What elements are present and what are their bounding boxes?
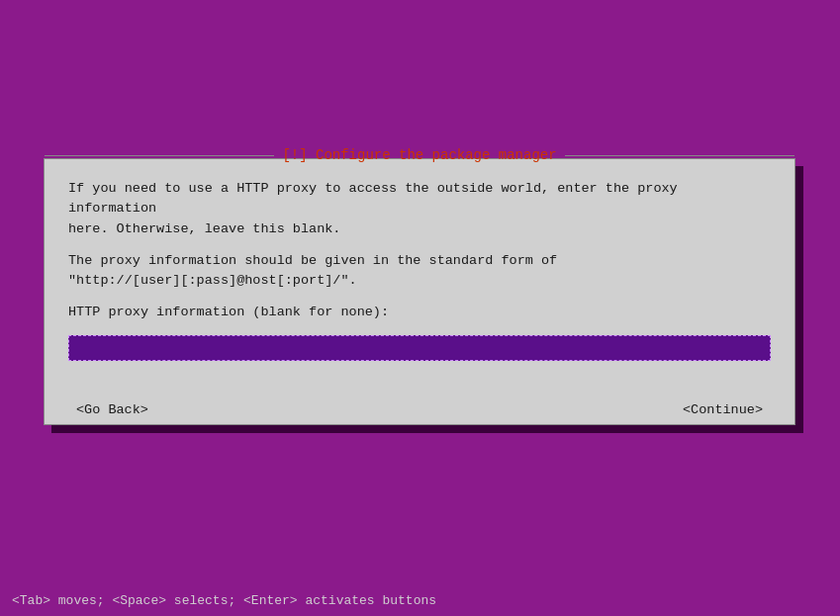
proxy-label: HTTP proxy information (blank for none): <box>68 303 771 322</box>
title-line-right <box>565 155 794 156</box>
dialog-title-bar: [!] Configure the package manager <box>45 147 794 163</box>
go-back-button[interactable]: <Go Back> <box>68 400 156 419</box>
dialog: [!] Configure the package manager If you… <box>44 158 795 425</box>
dialog-title: [!] Configure the package manager <box>274 147 564 163</box>
body-paragraph-2: The proxy information should be given in… <box>68 251 771 292</box>
continue-button[interactable]: <Continue> <box>675 400 771 419</box>
proxy-input-container <box>68 335 771 361</box>
status-bar-text: <Tab> moves; <Space> selects; <Enter> ac… <box>12 593 436 608</box>
status-bar: <Tab> moves; <Space> selects; <Enter> ac… <box>0 584 840 616</box>
screen: [!] Configure the package manager If you… <box>0 0 840 616</box>
body-paragraph-1: If you need to use a HTTP proxy to acces… <box>68 179 771 239</box>
proxy-input[interactable] <box>68 335 771 361</box>
dialog-buttons: <Go Back> <Continue> <box>45 400 794 419</box>
dialog-content: If you need to use a HTTP proxy to acces… <box>45 159 794 396</box>
title-line-left <box>45 155 274 156</box>
